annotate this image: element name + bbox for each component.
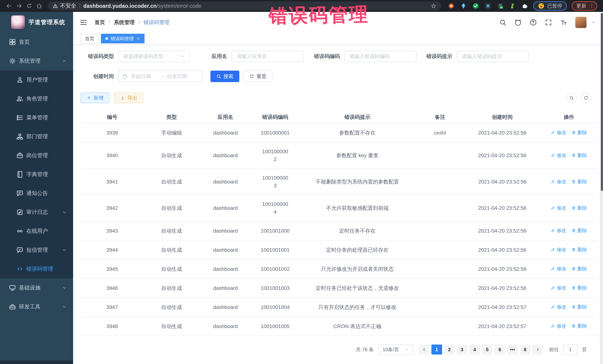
extension-green-check-icon[interactable] <box>472 2 479 10</box>
edit-row-link[interactable]: 修改 <box>551 151 566 159</box>
browser-update-chip[interactable]: 更新 <box>572 1 597 11</box>
extension-gem-icon[interactable] <box>460 2 467 10</box>
sidebar-logo[interactable]: 芋道管理系统 <box>0 12 73 33</box>
page-button-1[interactable]: 1 <box>431 344 442 354</box>
address-bar[interactable]: 不安全 dashboard.yudao.iocoder.cn /system/e… <box>48 1 441 10</box>
font-size-icon[interactable] <box>560 19 567 26</box>
browser-home-button[interactable] <box>34 1 44 11</box>
sidebar-collapse-button[interactable] <box>80 19 87 26</box>
tab-错误码管理[interactable]: 错误码管理 <box>101 34 145 43</box>
table-cell: ceshi <box>416 123 464 142</box>
sidebar-item-dept-management[interactable]: 部门管理 <box>0 127 73 146</box>
refresh-table-button[interactable] <box>581 93 591 103</box>
browser-menu-kebab-icon[interactable] <box>589 3 594 9</box>
table-cell: 3945 <box>81 259 144 278</box>
delete-row-link[interactable]: 删除 <box>571 227 587 234</box>
add-button[interactable]: 新增 <box>81 92 109 103</box>
extension-orange-icon[interactable] <box>448 2 455 10</box>
edit-row-link[interactable]: 修改 <box>551 129 566 136</box>
sidebar-item-system-management[interactable]: 系统管理 <box>0 52 73 70</box>
browser-reload-button[interactable] <box>24 1 34 11</box>
app-name-input[interactable] <box>237 54 298 59</box>
create-time-range-picker[interactable]: 开始日期 - 结束日期 <box>118 71 203 82</box>
sidebar-item-role-management[interactable]: 角色管理 <box>0 89 73 108</box>
browser-forward-button[interactable] <box>14 1 24 11</box>
edit-row-link[interactable]: 修改 <box>551 178 566 186</box>
edit-row-link[interactable]: 修改 <box>551 227 566 234</box>
tab-首页[interactable]: 首页 <box>81 34 99 43</box>
edit-row-link[interactable]: 修改 <box>551 322 566 330</box>
delete-row-link[interactable]: 删除 <box>571 265 587 273</box>
delete-row-link[interactable]: 删除 <box>571 129 587 136</box>
next-page-button[interactable] <box>532 344 543 354</box>
error-code-input[interactable] <box>349 54 411 59</box>
table-cell: 参数配置不存在 <box>299 123 416 142</box>
github-icon[interactable] <box>514 19 522 26</box>
breadcrumb-home[interactable]: 首页 <box>95 19 105 26</box>
url-path: /system/error-code <box>157 3 201 9</box>
delete-row-link[interactable]: 删除 <box>571 151 587 159</box>
delete-row-link[interactable]: 删除 <box>571 178 587 186</box>
reset-button[interactable]: 重置 <box>244 71 272 82</box>
page-button-4[interactable]: 4 <box>469 344 480 354</box>
sidebar-item-menu-management[interactable]: 菜单管理 <box>0 108 73 127</box>
close-icon[interactable] <box>136 37 140 40</box>
edit-row-link[interactable]: 修改 <box>551 265 566 273</box>
page-button-8[interactable]: 8 <box>520 344 531 354</box>
sidebar-item-dict-management[interactable]: 字典管理 <box>0 165 73 184</box>
page-button-2[interactable]: 2 <box>444 344 455 354</box>
sidebar-item-home[interactable]: 首页 <box>0 33 73 52</box>
table-cell: 2021-04-20 23:52:56 <box>464 142 541 169</box>
edit-row-link[interactable]: 修改 <box>551 204 566 212</box>
show-search-toggle-button[interactable] <box>566 93 577 103</box>
prev-page-button[interactable] <box>419 344 429 354</box>
goto-page-input[interactable] <box>563 344 577 355</box>
bookmark-star-icon[interactable] <box>431 3 436 9</box>
sidebar-item-sms-management[interactable]: 短信管理 <box>0 241 73 259</box>
header-search-icon[interactable] <box>499 19 507 26</box>
sidebar-item-online-users[interactable]: 在线用户 <box>0 222 73 241</box>
delete-row-link[interactable]: 删除 <box>571 204 587 212</box>
avatar-caret-icon[interactable] <box>591 20 596 25</box>
delete-row-link[interactable]: 删除 <box>571 322 587 330</box>
delete-row-link[interactable]: 删除 <box>571 284 587 292</box>
table-cell <box>416 169 464 195</box>
sidebar-item-user-management[interactable]: 用户管理 <box>0 70 73 89</box>
sidebar-item-dev-tools[interactable]: 研发工具 <box>0 297 73 316</box>
help-icon[interactable] <box>530 19 537 26</box>
window-scrollbar[interactable] <box>600 12 603 364</box>
edit-row-link[interactable]: 修改 <box>551 246 566 254</box>
extension-on-switch-icon[interactable]: on <box>497 2 504 10</box>
delete-row-link[interactable]: 删除 <box>571 246 587 254</box>
delete-row-link[interactable]: 删除 <box>571 303 587 311</box>
page-button-3[interactable]: 3 <box>457 344 467 354</box>
edit-row-link[interactable]: 修改 <box>551 303 566 311</box>
sidebar-item-error-code-management[interactable]: 错误码管理 <box>0 259 73 278</box>
table-cell: dashboard <box>199 142 251 169</box>
breadcrumb-system[interactable]: 系统管理 <box>114 19 135 26</box>
sidebar-item-audit-log[interactable]: 审计日志 <box>0 203 73 222</box>
sidebar-item-post-management[interactable]: 岗位管理 <box>0 146 73 165</box>
error-message-input[interactable] <box>462 54 524 59</box>
extension-puzzle-icon[interactable] <box>521 2 528 10</box>
extension-green-figure-icon[interactable] <box>509 2 516 10</box>
more-pages-button[interactable]: ••• <box>507 344 518 354</box>
scrollbar-thumb[interactable] <box>601 13 603 191</box>
edit-row-link[interactable]: 修改 <box>551 284 566 292</box>
error-code-type-select[interactable]: 请选择错误码类型 <box>118 51 190 62</box>
extension-paused-chip[interactable]: 已暂停 <box>533 1 567 11</box>
extension-grid-icon[interactable] <box>484 2 492 10</box>
user-avatar[interactable] <box>575 17 587 28</box>
table-actions-cell: 修改删除 <box>540 142 597 169</box>
sidebar-item-label: 短信管理 <box>26 246 48 254</box>
sidebar-item-notice-announcement[interactable]: 通知公告 <box>0 184 73 203</box>
table-actions-cell: 修改删除 <box>540 317 597 336</box>
fullscreen-icon[interactable] <box>545 19 552 26</box>
export-button[interactable]: 导出 <box>114 92 143 103</box>
page-size-select[interactable]: 10条/页 <box>379 344 413 355</box>
search-button[interactable]: 搜索 <box>210 71 239 82</box>
page-button-6[interactable]: 6 <box>494 344 505 354</box>
sidebar-item-infrastructure[interactable]: 基础设施 <box>0 278 73 297</box>
page-button-5[interactable]: 5 <box>482 344 493 354</box>
browser-back-button[interactable] <box>4 1 14 11</box>
